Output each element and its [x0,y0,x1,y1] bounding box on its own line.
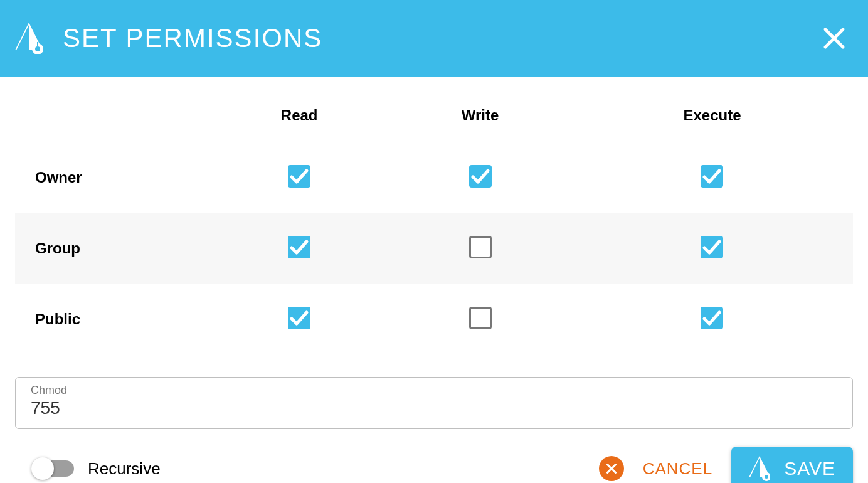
row-label: Owner [15,142,209,213]
checkbox-owner-read[interactable] [288,165,310,188]
dialog-title: SET PERMISSIONS [63,23,322,53]
save-label: SAVE [784,458,835,479]
chmod-label: Chmod [31,384,837,397]
chmod-field: Chmod [15,377,853,429]
recursive-toggle[interactable] [33,460,74,477]
table-row: Public [15,284,853,355]
cell-write [389,284,571,355]
checkbox-group-read[interactable] [288,236,310,258]
checkbox-group-execute[interactable] [701,236,723,258]
col-header-execute: Execute [571,107,853,142]
table-row: Owner [15,142,853,213]
cancel-icon [599,456,624,481]
close-button[interactable] [823,27,845,50]
cancel-button[interactable]: CANCEL [599,456,712,481]
cell-read [209,284,389,355]
row-label: Group [15,213,209,284]
actions: CANCEL SAVE [599,447,853,483]
toggle-knob [31,457,54,480]
checkbox-owner-write[interactable] [469,165,492,188]
permissions-table: Read Write Execute OwnerGroupPublic [15,107,853,354]
chmod-input[interactable] [31,398,837,418]
cell-execute [571,284,853,355]
cell-execute [571,142,853,213]
save-button[interactable]: SAVE [731,447,853,483]
save-icon [749,456,770,481]
cell-read [209,213,389,284]
row-label: Public [15,284,209,355]
svg-point-1 [35,46,40,51]
checkbox-public-write[interactable] [469,307,492,329]
table-corner [15,107,209,142]
checkbox-group-write[interactable] [469,236,492,258]
col-header-read: Read [209,107,389,142]
cancel-label: CANCEL [643,459,712,479]
cell-execute [571,213,853,284]
checkbox-public-read[interactable] [288,307,310,329]
dialog-body: Read Write Execute OwnerGroupPublic Chmo… [0,107,868,483]
svg-point-9 [765,475,768,479]
dialog-footer: Recursive CANCEL [15,447,853,483]
checkbox-public-execute[interactable] [701,307,723,329]
recursive-label: Recursive [88,459,161,479]
cell-write [389,213,571,284]
cell-write [389,142,571,213]
app-logo-icon [15,23,43,54]
dialog-header: SET PERMISSIONS [0,0,868,77]
table-row: Group [15,213,853,284]
checkbox-owner-execute[interactable] [701,165,723,188]
col-header-write: Write [389,107,571,142]
close-icon [823,27,845,50]
cell-read [209,142,389,213]
svg-rect-3 [37,42,38,45]
